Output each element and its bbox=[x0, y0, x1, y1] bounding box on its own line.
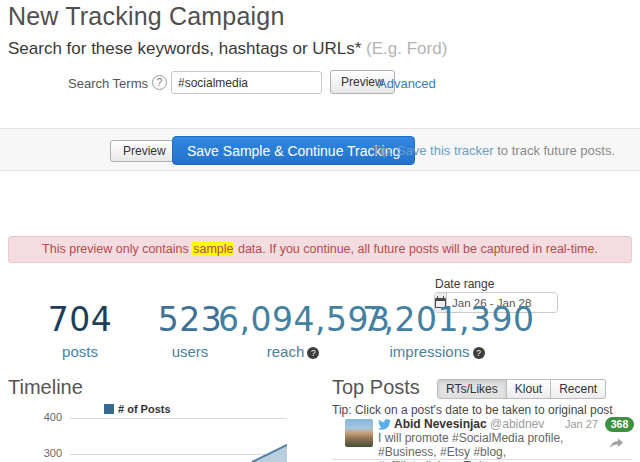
post-author[interactable]: Abid Nevesinjac bbox=[394, 417, 487, 431]
legend-swatch-icon bbox=[104, 404, 114, 414]
timeline-title: Timeline bbox=[8, 376, 83, 399]
twitter-icon bbox=[378, 419, 391, 430]
legend-label: # of Posts bbox=[118, 403, 171, 415]
post-separator bbox=[332, 459, 632, 460]
action-bar: Preview Save Sample & Continue Tracking … bbox=[0, 128, 640, 171]
stat-reach-label-text: reach bbox=[267, 343, 305, 360]
sample-data-alert: This preview only contains sample data. … bbox=[8, 236, 632, 263]
tab-klout[interactable]: Klout bbox=[506, 379, 551, 399]
preview-button-secondary[interactable]: Preview bbox=[110, 140, 179, 162]
avatar[interactable] bbox=[345, 419, 373, 447]
advanced-link[interactable]: Advanced bbox=[378, 76, 436, 91]
search-terms-input[interactable] bbox=[171, 71, 322, 94]
rt-count-badge: 368 bbox=[605, 417, 634, 432]
help-icon[interactable]: ? bbox=[473, 347, 485, 359]
search-terms-row: Search Terms ? Preview Advanced bbox=[0, 70, 640, 96]
post-text-line: I will promote #SocialMedia profile, #Bu… bbox=[378, 431, 596, 459]
stat-posts: 704 posts bbox=[30, 300, 130, 360]
search-section-heading: Search for these keywords, hashtags or U… bbox=[8, 39, 447, 59]
stat-impressions: 7,201,390 impressions? bbox=[362, 300, 512, 360]
help-icon[interactable]: ? bbox=[307, 347, 319, 359]
stat-impressions-label: impressions? bbox=[362, 343, 512, 360]
stat-impressions-value: 7,201,390 bbox=[362, 300, 512, 339]
date-range-label: Date range bbox=[435, 277, 494, 291]
alert-highlight: sample bbox=[192, 242, 234, 256]
share-arrow-icon[interactable] bbox=[610, 438, 624, 449]
alert-text-after: data. If you continue, all future posts … bbox=[234, 242, 597, 256]
save-tip-suffix: to track future posts. bbox=[494, 143, 615, 158]
stat-reach-value: 6,094,593 bbox=[218, 300, 368, 339]
page-title: New Tracking Campaign bbox=[8, 2, 285, 31]
save-tip-prefix: Tip: bbox=[372, 143, 397, 158]
tab-recent[interactable]: Recent bbox=[550, 379, 606, 399]
top-posts-title: Top Posts bbox=[332, 376, 420, 399]
post-text: I will promote #SocialMedia profile, #Bu… bbox=[378, 431, 596, 462]
y-axis-tick: 300 bbox=[32, 447, 62, 459]
stat-impressions-label-text: impressions bbox=[389, 343, 469, 360]
new-tracking-campaign-page: New Tracking Campaign Search for these k… bbox=[0, 0, 640, 462]
alert-text-before: This preview only contains bbox=[42, 242, 192, 256]
stat-posts-value: 704 bbox=[30, 300, 130, 339]
post-date[interactable]: Jan 27 bbox=[560, 418, 598, 430]
tab-rts-likes[interactable]: RTs/Likes bbox=[437, 379, 507, 399]
help-icon[interactable]: ? bbox=[152, 75, 167, 90]
chart-legend[interactable]: # of Posts bbox=[104, 403, 171, 415]
top-posts-tabs: RTs/Likes Klout Recent bbox=[437, 379, 606, 399]
gridline bbox=[70, 418, 287, 419]
save-tip: Tip: Save this tracker to track future p… bbox=[372, 143, 615, 158]
search-terms-label: Search Terms bbox=[60, 76, 148, 91]
stat-reach-label: reach? bbox=[218, 343, 368, 360]
y-axis-tick: 400 bbox=[32, 411, 62, 423]
search-section-heading-hint: (E.g. Ford) bbox=[361, 39, 447, 58]
stat-posts-label: posts bbox=[30, 343, 130, 360]
timeline-area-chart[interactable] bbox=[70, 440, 287, 462]
save-this-tracker-link[interactable]: Save this tracker bbox=[397, 143, 494, 158]
stat-reach: 6,094,593 reach? bbox=[218, 300, 368, 360]
post-handle[interactable]: @abidnev bbox=[490, 417, 544, 431]
search-section-heading-text: Search for these keywords, hashtags or U… bbox=[8, 39, 361, 58]
posts-tip: Tip: Click on a post's date to be taken … bbox=[332, 403, 613, 417]
post-header: Abid Nevesinjac @abidnev bbox=[378, 417, 568, 431]
